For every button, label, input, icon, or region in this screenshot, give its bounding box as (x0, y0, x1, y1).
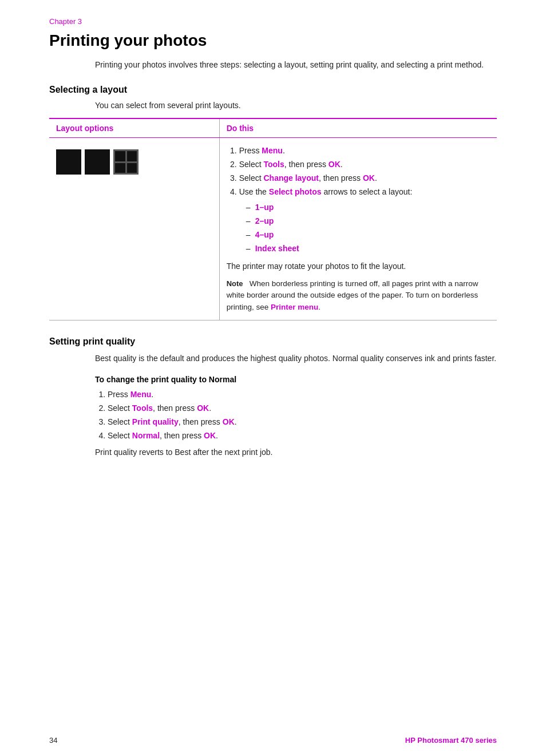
quality-revert-note: Print quality reverts to Best after the … (95, 448, 497, 457)
layout-2up: 2–up (246, 215, 490, 227)
layout-sub-list: 1–up 2–up 4–up Index sheet (246, 201, 490, 255)
note-label: Note (227, 279, 243, 288)
rotate-note: The printer may rotate your photos to fi… (227, 260, 490, 272)
footer-product-name: HP Photosmart 470 series (405, 736, 497, 745)
icon-single (56, 149, 81, 175)
printer-menu-link: Printer menu (271, 303, 318, 311)
step-4: Use the Select photos arrows to select a… (239, 186, 490, 255)
quality-intro: Best quality is the default and produces… (95, 353, 497, 365)
layout-table: Layout options Do this (49, 118, 497, 320)
step3-change-layout: Change layout (263, 173, 318, 183)
quality-step2-tools: Tools (132, 403, 153, 413)
layout-index-sheet: Index sheet (246, 243, 490, 255)
step4-select-photos: Select photos (269, 187, 322, 196)
quality-step4-ok: OK (204, 431, 216, 440)
step2-tools: Tools (263, 160, 284, 169)
chapter-label: Chapter 3 (49, 17, 497, 26)
footer: 34 HP Photosmart 470 series (49, 736, 497, 745)
steps-list: Press Menu. Select Tools, then press OK.… (237, 145, 490, 255)
step-2: Select Tools, then press OK. (239, 159, 490, 171)
table-header-col1: Layout options (49, 118, 219, 138)
quality-step-3: Select Print quality, then press OK. (108, 416, 497, 428)
quality-step1-menu: Menu (130, 390, 152, 399)
step-3: Select Change layout, then press OK. (239, 172, 490, 184)
icon-quad (113, 149, 139, 175)
quality-step-1: Press Menu. (108, 389, 497, 401)
quality-step-2: Select Tools, then press OK. (108, 402, 497, 414)
quality-steps-list: Press Menu. Select Tools, then press OK.… (105, 389, 497, 442)
quality-steps: Press Menu. Select Tools, then press OK.… (95, 389, 497, 442)
footer-page-number: 34 (49, 736, 57, 745)
quality-step-4: Select Normal, then press OK. (108, 430, 497, 442)
section-quality-heading: Setting print quality (49, 337, 497, 347)
layout-4up: 4–up (246, 229, 490, 241)
note-block: Note When borderless printing is turned … (227, 278, 490, 313)
layout-1up: 1–up (246, 201, 490, 213)
page-content: Chapter 3 Printing your photos Printing … (0, 0, 546, 502)
step-1: Press Menu. (239, 145, 490, 157)
step2-ok: OK (329, 160, 341, 169)
quality-step3-print-quality: Print quality (132, 417, 179, 426)
section-selecting-layout: Selecting a layout You can select from s… (49, 85, 497, 320)
step1-menu: Menu (262, 146, 283, 155)
table-header-col2: Do this (219, 118, 497, 138)
table-row: Press Menu. Select Tools, then press OK.… (49, 138, 497, 320)
layout-icons (56, 145, 212, 179)
table-cell-icons (49, 138, 219, 320)
quality-step3-ok: OK (223, 417, 235, 426)
icon-double (85, 149, 110, 175)
section-print-quality: Setting print quality Best quality is th… (49, 337, 497, 457)
section-layout-intro: You can select from several print layout… (95, 101, 497, 110)
quality-step2-ok: OK (197, 403, 209, 413)
section-layout-heading: Selecting a layout (49, 85, 497, 95)
page-title: Printing your photos (49, 31, 497, 50)
step3-ok: OK (363, 173, 375, 183)
quality-subheading: To change the print quality to Normal (95, 375, 497, 384)
page-intro: Printing your photos involves three step… (95, 59, 497, 71)
table-cell-steps: Press Menu. Select Tools, then press OK.… (219, 138, 497, 320)
quality-step4-normal: Normal (132, 431, 160, 440)
